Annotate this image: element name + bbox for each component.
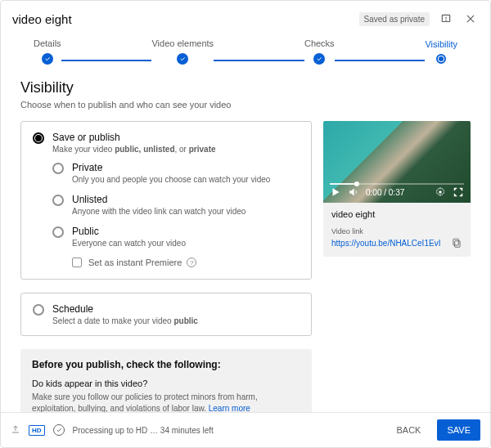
volume-icon[interactable] — [348, 186, 359, 198]
radio-input[interactable] — [52, 163, 64, 174]
step-line — [335, 60, 426, 61]
svg-rect-7 — [453, 239, 458, 245]
step-details[interactable]: Details — [34, 38, 61, 65]
svg-rect-6 — [455, 241, 460, 248]
stepper: Details Video elements Checks Visibility — [1, 34, 490, 79]
video-preview: 0:00 / 0:37 video eight Video link https… — [323, 121, 471, 257]
radio-private[interactable]: Private Only you and people you choose c… — [52, 162, 300, 184]
step-checks[interactable]: Checks — [304, 38, 335, 65]
preview-title: video eight — [331, 209, 462, 219]
video-title: video eight — [12, 12, 72, 26]
step-visibility[interactable]: Visibility — [425, 39, 457, 64]
page-subtitle: Choose when to publish and who can see y… — [20, 100, 471, 110]
save-publish-desc: Make your video public, unlisted, or pri… — [52, 145, 216, 154]
play-icon[interactable] — [330, 186, 341, 198]
page-title: Visibility — [20, 79, 471, 96]
svg-point-5 — [439, 190, 442, 194]
upload-icon — [11, 424, 20, 437]
step-line — [214, 60, 304, 61]
link-label: Video link — [331, 227, 462, 235]
checks-complete-icon — [53, 424, 65, 436]
dialog-content[interactable]: Visibility Choose when to publish and wh… — [1, 79, 490, 412]
notice-q1: Do kids appear in this video? — [32, 379, 300, 388]
radio-unlisted[interactable]: Unlisted Anyone with the video link can … — [52, 194, 300, 216]
radio-input[interactable] — [52, 195, 64, 206]
save-publish-card: Save or publish Make your video public, … — [20, 121, 312, 280]
settings-icon[interactable] — [435, 186, 446, 198]
save-publish-radio[interactable]: Save or publish Make your video public, … — [33, 132, 300, 154]
schedule-desc: Select a date to make your video public — [52, 316, 198, 325]
svg-point-2 — [446, 20, 447, 20]
radio-input[interactable] — [33, 304, 44, 316]
publish-notice-card: Before you publish, check the following:… — [20, 349, 312, 412]
save-button[interactable]: SAVE — [437, 419, 480, 441]
radio-public[interactable]: Public Everyone can watch your video — [52, 226, 300, 248]
header-actions: Saved as private — [359, 11, 480, 27]
checkbox-input[interactable] — [72, 258, 82, 267]
help-icon[interactable]: ? — [187, 258, 196, 267]
video-thumbnail[interactable]: 0:00 / 0:37 — [323, 121, 471, 203]
saved-status-badge: Saved as private — [359, 12, 430, 26]
schedule-card: Schedule Select a date to make your vide… — [20, 293, 312, 336]
feedback-icon[interactable] — [438, 11, 454, 27]
processing-status: Processing up to HD … 34 minutes left — [73, 426, 214, 435]
fullscreen-icon[interactable] — [453, 186, 464, 198]
step-video-elements[interactable]: Video elements — [151, 38, 214, 65]
radio-save-publish[interactable] — [33, 132, 44, 144]
back-button[interactable]: BACK — [389, 420, 430, 440]
notice-p1: Make sure you follow our policies to pro… — [32, 392, 300, 412]
copy-icon[interactable] — [451, 237, 462, 249]
video-link[interactable]: https://youtu.be/NHALCeI1EvI — [331, 239, 440, 248]
premiere-checkbox[interactable]: Set as instant Premiere ? — [72, 258, 300, 267]
upload-dialog: video eight Saved as private Details Vid… — [0, 0, 491, 448]
radio-input[interactable] — [52, 226, 64, 238]
hd-badge: HD — [29, 425, 45, 436]
notice-heading: Before you publish, check the following: — [32, 359, 300, 370]
learn-more-link[interactable]: Learn more — [209, 404, 250, 412]
close-icon[interactable] — [462, 11, 479, 27]
dialog-footer: HD Processing up to HD … 34 minutes left… — [1, 412, 490, 447]
step-line — [61, 60, 152, 61]
playback-time: 0:00 / 0:37 — [366, 188, 404, 197]
schedule-radio[interactable]: Schedule Select a date to make your vide… — [33, 303, 300, 325]
dialog-header: video eight Saved as private — [1, 1, 490, 34]
